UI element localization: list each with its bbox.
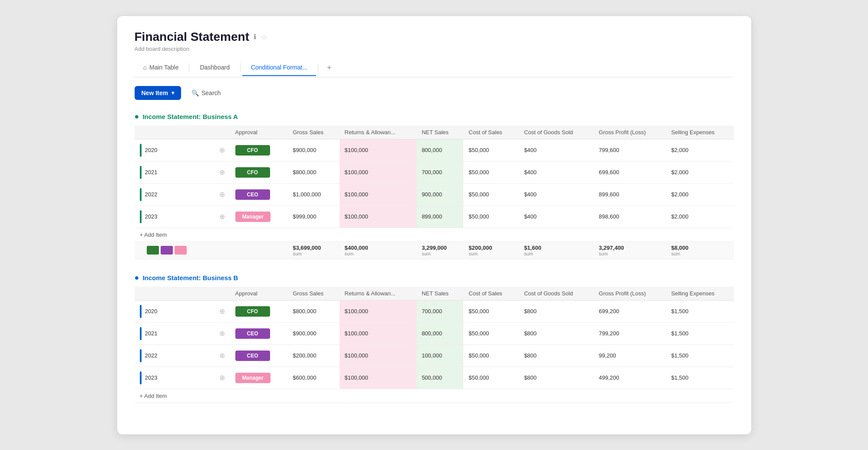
net-sales-cell: 899,000 (416, 205, 463, 228)
row-bar (140, 371, 142, 384)
tab-conditional-format[interactable]: Conditional Format... (242, 60, 316, 76)
gross-sales-cell: $900,000 (287, 139, 339, 161)
row-bar (140, 210, 142, 223)
gross-profit-cell: 799,200 (594, 322, 666, 344)
gross-profit-cell: 799,600 (594, 139, 666, 161)
group-a-toggle[interactable]: ● (135, 112, 139, 121)
row-name-cell-2021: 2021 ⊕ (135, 322, 230, 344)
approval-cell[interactable]: CEO (230, 344, 288, 367)
summary-value-cell: 3,297,400sum (594, 242, 666, 259)
col-net-sales-a: NET Sales (416, 126, 463, 139)
row-name-cell-2023: 2023 ⊕ (135, 367, 230, 389)
summary-empty-cell (230, 242, 288, 259)
star-icon[interactable]: ☆ (261, 32, 267, 42)
approval-badge: CFO (235, 145, 270, 156)
approval-cell[interactable]: Manager (230, 367, 288, 389)
summary-badge-ceo (161, 246, 173, 255)
summary-row: $3,699,000sum$400,000sum3,299,000sum$200… (135, 242, 734, 259)
approval-cell[interactable]: Manager (230, 205, 288, 228)
row-bar (140, 188, 142, 201)
col-gross-profit-a: Gross Profit (Loss) (594, 126, 666, 139)
row-add-icon[interactable]: ⊕ (219, 146, 225, 154)
add-item-label[interactable]: + Add Item (135, 389, 734, 403)
tab-main-table[interactable]: ⌂ Main Table (135, 60, 188, 76)
approval-cell[interactable]: CFO (230, 139, 288, 161)
table-row: 2022 ⊕ CEO$200,000$100,000100,000$50,000… (135, 344, 734, 367)
board-description[interactable]: Add board description (135, 46, 734, 52)
approval-badge: Manager (235, 212, 271, 222)
row-add-icon[interactable]: ⊕ (219, 307, 225, 315)
summary-value-cell: $400,000sum (340, 242, 417, 259)
cogs-cell: $400 (519, 205, 594, 228)
approval-badge: CEO (235, 328, 270, 339)
add-item-row[interactable]: + Add Item (135, 389, 734, 403)
col-cost-sales-a: Cost of Sales (463, 126, 519, 139)
tab-dashboard[interactable]: Dashboard (191, 60, 238, 76)
approval-badge: CFO (235, 167, 270, 178)
row-add-icon[interactable]: ⊕ (219, 168, 225, 176)
group-b-title: Income Statement: Business B (142, 274, 238, 281)
row-add-icon[interactable]: ⊕ (219, 374, 225, 382)
returns-cell: $100,000 (340, 161, 417, 183)
add-item-row[interactable]: + Add Item (135, 228, 734, 242)
summary-value-cell: $1,600sum (519, 242, 594, 259)
selling-exp-cell: $1,500 (666, 344, 734, 367)
cost-of-sales-cell: $50,000 (463, 139, 519, 161)
cost-of-sales-cell: $50,000 (463, 344, 519, 367)
add-item-label[interactable]: + Add Item (135, 228, 734, 242)
new-item-button[interactable]: New Item ▾ (135, 86, 181, 100)
returns-cell: $100,000 (340, 139, 417, 161)
row-bar (140, 305, 142, 318)
net-sales-cell: 800,000 (416, 139, 463, 161)
row-year: 2022 (145, 191, 158, 198)
gross-profit-cell: 699,600 (594, 161, 666, 183)
col-cost-sales-b: Cost of Sales (463, 287, 519, 301)
cogs-cell: $800 (519, 344, 594, 367)
cogs-cell: $400 (519, 161, 594, 183)
new-item-chevron-icon: ▾ (172, 90, 174, 96)
row-name-cell-2022: 2022 ⊕ (135, 183, 230, 205)
col-approval-b: Approval (230, 287, 288, 301)
row-year: 2023 (145, 374, 158, 381)
row-add-icon[interactable]: ⊕ (219, 329, 225, 338)
col-item-b (135, 287, 230, 301)
returns-cell: $100,000 (340, 367, 417, 389)
row-year: 2020 (145, 308, 158, 314)
search-icon: 🔍 (191, 89, 199, 96)
approval-cell[interactable]: CFO (230, 300, 288, 322)
approval-badge: CEO (235, 351, 270, 361)
group-a-header-row: Approval Gross Sales Returns & Allowan..… (135, 126, 734, 139)
col-item (135, 126, 230, 139)
table-row: 2023 ⊕ Manager$600,000$100,000500,000$50… (135, 367, 734, 389)
info-icon[interactable]: ℹ (254, 33, 256, 41)
table-row: 2022 ⊕ CEO$1,000,000$100,000900,000$50,0… (135, 183, 734, 205)
tab-divider-2 (240, 63, 241, 72)
approval-cell[interactable]: CFO (230, 161, 288, 183)
group-b-header: ● Income Statement: Business B (135, 273, 734, 282)
search-button[interactable]: 🔍 Search (186, 86, 226, 100)
table-row: 2020 ⊕ CFO$900,000$100,000800,000$50,000… (135, 139, 734, 161)
col-net-sales-b: NET Sales (416, 287, 463, 301)
selling-exp-cell: $1,500 (666, 367, 734, 389)
net-sales-cell: 800,000 (416, 322, 463, 344)
page-title-row: Financial Statement ℹ ☆ (135, 30, 734, 44)
row-bar (140, 327, 142, 340)
group-b-toggle[interactable]: ● (135, 273, 139, 282)
row-add-icon[interactable]: ⊕ (219, 212, 225, 221)
tab-add-button[interactable]: + (320, 59, 339, 77)
returns-cell: $100,000 (340, 322, 417, 344)
approval-cell[interactable]: CEO (230, 183, 288, 205)
row-add-icon[interactable]: ⊕ (219, 351, 225, 360)
cogs-cell: $400 (519, 183, 594, 205)
net-sales-cell: 700,000 (416, 161, 463, 183)
approval-cell[interactable]: CEO (230, 322, 288, 344)
group-a-header: ● Income Statement: Business A (135, 112, 734, 121)
approval-badge: CFO (235, 306, 270, 317)
cogs-cell: $800 (519, 367, 594, 389)
row-bar (140, 166, 142, 179)
approval-badge: CEO (235, 189, 270, 200)
group-a-table: Approval Gross Sales Returns & Allowan..… (135, 126, 734, 259)
row-name-cell-2023: 2023 ⊕ (135, 205, 230, 228)
cost-of-sales-cell: $50,000 (463, 205, 519, 228)
row-add-icon[interactable]: ⊕ (219, 190, 225, 199)
